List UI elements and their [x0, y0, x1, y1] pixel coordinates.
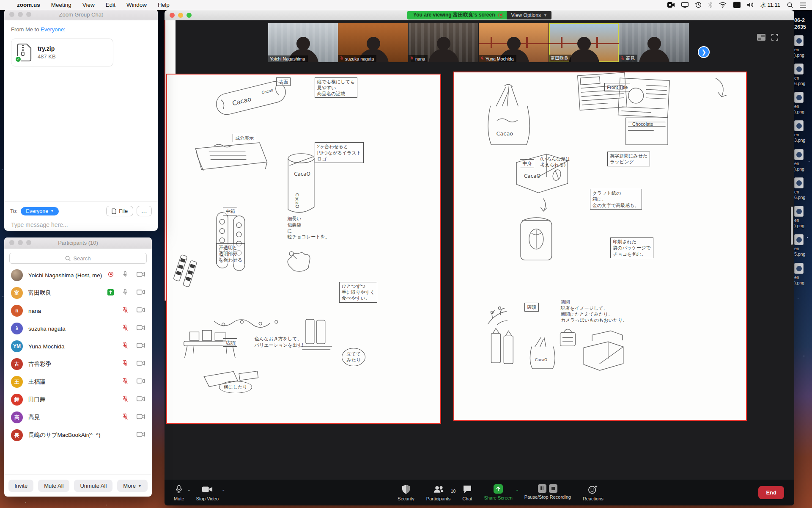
airplay-icon[interactable]: [681, 2, 689, 8]
security-button[interactable]: Security: [392, 484, 420, 501]
invite-button[interactable]: Invite: [8, 480, 33, 492]
chat-recipient-link[interactable]: Everyone:: [41, 26, 66, 33]
recording-icon[interactable]: [108, 271, 114, 279]
close-button[interactable]: [9, 240, 14, 245]
desktop-file-label[interactable]: 06-2 2635: [794, 17, 812, 31]
gallery-view-icon[interactable]: [757, 34, 765, 42]
scrollbar[interactable]: [791, 207, 793, 245]
meeting-window-titlebar[interactable]: You are viewing 富田咲良's screen View Optio…: [165, 10, 794, 20]
minimize-button[interactable]: [18, 240, 23, 245]
minimize-button[interactable]: [18, 12, 23, 17]
participants-search-input[interactable]: Search: [9, 253, 147, 264]
wifi-icon[interactable]: [719, 2, 727, 8]
camera-icon[interactable]: [137, 289, 145, 297]
menu-item-help[interactable]: Help: [158, 2, 170, 8]
camera-icon[interactable]: [137, 271, 145, 279]
camera-icon[interactable]: [137, 360, 145, 368]
fullscreen-icon[interactable]: [771, 34, 778, 42]
chat-file-attachment[interactable]: ✓ try.zip 487 KB: [11, 39, 113, 66]
desktop-file-icon[interactable]: en ).png: [794, 92, 812, 115]
input-source-icon[interactable]: あ: [733, 2, 741, 8]
attach-file-button[interactable]: File: [106, 206, 133, 216]
participant-row[interactable]: 富富田咲良: [4, 284, 152, 302]
menu-item-meeting[interactable]: Meeting: [51, 2, 71, 8]
menu-item-view[interactable]: View: [82, 2, 95, 8]
camera-status-icon[interactable]: [667, 2, 675, 8]
video-options-caret[interactable]: ⌃: [222, 489, 225, 494]
participant-row[interactable]: λsuzuka nagata: [4, 320, 152, 337]
next-videos-button[interactable]: ❯: [698, 46, 710, 58]
video-thumbnail[interactable]: Yuna Mochida: [479, 23, 549, 62]
recipient-selector[interactable]: Everyone▼: [21, 207, 59, 215]
desktop-file-icon[interactable]: en ).png: [794, 149, 812, 172]
chat-window-controls[interactable]: [9, 12, 31, 17]
menu-item-window[interactable]: Window: [126, 2, 147, 8]
menu-bar-clock[interactable]: 水 11:11: [760, 1, 780, 9]
notification-center-icon[interactable]: [800, 3, 806, 8]
zoom-button[interactable]: [26, 240, 31, 245]
zoom-button[interactable]: [26, 12, 31, 17]
muted-mic-icon[interactable]: [122, 395, 128, 404]
end-meeting-button[interactable]: End: [758, 486, 784, 499]
camera-icon[interactable]: [137, 431, 145, 439]
desktop-file-icon[interactable]: en ).png: [794, 206, 812, 229]
mute-button[interactable]: Mute ⌃: [168, 484, 190, 501]
video-thumbnail[interactable]: suzuka nagata: [338, 23, 408, 62]
video-thumbnail[interactable]: 高見: [619, 23, 689, 62]
desktop-file-icon[interactable]: en 3.png: [794, 120, 812, 143]
spotlight-icon[interactable]: [787, 2, 793, 8]
participant-row[interactable]: 古古谷彩季: [4, 355, 152, 373]
bluetooth-icon[interactable]: [708, 2, 712, 8]
video-thumbnail[interactable]: nana: [409, 23, 478, 62]
minimize-button[interactable]: [178, 13, 183, 18]
more-options-button[interactable]: ...: [137, 206, 152, 216]
muted-mic-icon[interactable]: [122, 306, 128, 315]
mic-icon[interactable]: [122, 288, 128, 298]
participant-row[interactable]: 王王福瀛: [4, 373, 152, 391]
share-icon[interactable]: [107, 289, 114, 297]
muted-mic-icon[interactable]: [122, 359, 128, 369]
muted-mic-icon[interactable]: [122, 377, 128, 387]
share-screen-button[interactable]: Share Screen ⌃: [478, 484, 518, 500]
camera-icon[interactable]: [137, 342, 145, 350]
mute-all-button[interactable]: Mute All: [38, 480, 69, 492]
participant-row[interactable]: Yoichi Nagashima (Host, me): [4, 266, 152, 284]
chat-window-titlebar[interactable]: Zoom Group Chat: [4, 9, 158, 20]
desktop-file-icon[interactable]: en ).png: [794, 263, 812, 286]
pause-stop-recording-button[interactable]: Pause/Stop Recording: [518, 484, 577, 500]
camera-icon[interactable]: [137, 378, 145, 386]
chat-button[interactable]: Chat: [456, 484, 478, 501]
participants-window-controls[interactable]: [9, 240, 31, 245]
participants-window-titlebar[interactable]: Participants (10): [4, 237, 152, 248]
desktop-file-icon[interactable]: en 5.png: [794, 234, 812, 257]
chat-message-input[interactable]: Type message here...: [10, 216, 152, 231]
participant-row[interactable]: nnana: [4, 302, 152, 320]
camera-icon[interactable]: [137, 414, 145, 421]
participants-button[interactable]: Participants 10: [420, 484, 456, 501]
muted-mic-icon[interactable]: [122, 342, 128, 351]
desktop-file-icon[interactable]: en ).png: [794, 35, 812, 58]
volume-icon[interactable]: [747, 2, 754, 8]
video-thumbnail[interactable]: 富田咲良: [549, 23, 619, 62]
reactions-button[interactable]: Reactions: [577, 484, 609, 501]
close-button[interactable]: [170, 13, 175, 18]
participant-row[interactable]: 舞田口舞: [4, 391, 152, 409]
camera-icon[interactable]: [137, 396, 145, 403]
participant-row[interactable]: 長長嶋のサブMacBookAir(^_^): [4, 426, 152, 444]
menu-item-app[interactable]: zoom.us: [17, 2, 40, 8]
view-options-button[interactable]: View Options▼: [507, 11, 551, 19]
time-machine-icon[interactable]: [695, 2, 702, 8]
close-button[interactable]: [9, 12, 14, 17]
camera-icon[interactable]: [137, 325, 145, 332]
muted-mic-icon[interactable]: [122, 413, 128, 422]
unmute-all-button[interactable]: Unmute All: [74, 480, 112, 492]
menu-item-edit[interactable]: Edit: [106, 2, 115, 8]
window-controls[interactable]: [170, 13, 192, 18]
desktop-file-icon[interactable]: en 6.png: [794, 64, 812, 86]
desktop-file-icon[interactable]: en 6.png: [794, 177, 812, 200]
stop-video-button[interactable]: Stop Video ⌃: [190, 484, 225, 501]
more-button[interactable]: More▼: [117, 480, 148, 492]
zoom-button[interactable]: [187, 13, 192, 18]
mic-icon[interactable]: [122, 271, 128, 280]
participant-row[interactable]: 高高見: [4, 409, 152, 426]
